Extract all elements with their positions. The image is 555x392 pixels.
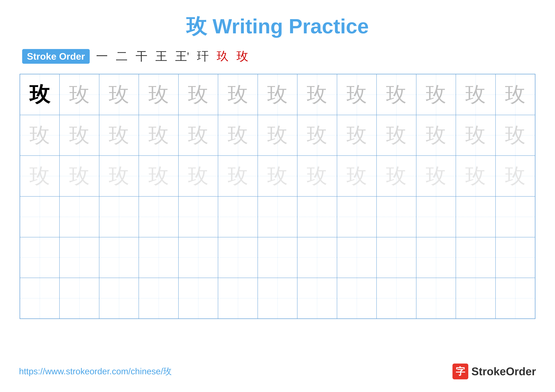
grid-cell[interactable] — [496, 237, 535, 278]
grid-cell[interactable] — [377, 196, 416, 237]
grid-cell[interactable]: 玫 — [337, 156, 377, 196]
grid-cell[interactable]: 玫 — [139, 115, 178, 156]
grid-cell[interactable]: 玫 — [496, 74, 535, 115]
stroke-step-4: 王 — [155, 48, 167, 64]
grid-cell[interactable] — [59, 196, 99, 237]
grid-cell[interactable] — [178, 237, 218, 278]
grid-cell[interactable] — [496, 278, 535, 319]
grid-cell[interactable]: 玫 — [456, 74, 495, 115]
cell-character: 玫 — [228, 162, 248, 190]
cell-character: 玫 — [465, 81, 486, 108]
footer-logo: 字 StrokeOrder — [453, 363, 536, 379]
grid-cell[interactable]: 玫 — [139, 156, 178, 196]
grid-cell[interactable] — [337, 196, 377, 237]
cell-character: 玫 — [465, 121, 486, 149]
cell-character: 玫 — [465, 162, 486, 190]
grid-cell[interactable]: 玫 — [416, 74, 456, 115]
grid-cell[interactable]: 玫 — [218, 115, 258, 156]
cell-character: 玫 — [505, 121, 526, 149]
page-title: 玫 Writing Practice — [186, 13, 369, 41]
grid-cell[interactable]: 玫 — [178, 74, 218, 115]
grid-cell[interactable] — [337, 278, 377, 319]
grid-cell[interactable]: 玫 — [337, 74, 377, 115]
grid-cell[interactable] — [258, 196, 297, 237]
grid-cell[interactable] — [297, 196, 337, 237]
grid-cell[interactable] — [139, 237, 178, 278]
grid-cell[interactable]: 玫 — [496, 115, 535, 156]
grid-cell[interactable] — [99, 196, 139, 237]
grid-cell[interactable] — [99, 278, 139, 319]
grid-cell[interactable] — [59, 278, 99, 319]
cell-character: 玫 — [29, 81, 50, 108]
grid-cell[interactable]: 玫 — [377, 115, 416, 156]
grid-cell[interactable]: 玫 — [178, 156, 218, 196]
cell-character: 玫 — [109, 162, 129, 190]
grid-cell[interactable]: 玫 — [297, 115, 337, 156]
grid-cell[interactable] — [178, 278, 218, 319]
grid-cell[interactable]: 玫 — [218, 156, 258, 196]
grid-cell[interactable]: 玫 — [337, 115, 377, 156]
grid-cell[interactable] — [416, 237, 456, 278]
grid-cell[interactable]: 玫 — [416, 156, 456, 196]
grid-cell[interactable] — [99, 237, 139, 278]
grid-cell[interactable] — [139, 196, 178, 237]
grid-cell[interactable] — [178, 196, 218, 237]
grid-cell[interactable]: 玫 — [99, 156, 139, 196]
grid-cell[interactable]: 玫 — [377, 74, 416, 115]
grid-cell[interactable] — [297, 237, 337, 278]
grid-cell[interactable]: 玫 — [258, 74, 297, 115]
grid-cell[interactable]: 玫 — [139, 74, 178, 115]
grid-cell[interactable] — [20, 237, 59, 278]
cell-character: 玫 — [267, 81, 288, 108]
stroke-step-2: 二 — [116, 48, 128, 64]
grid-cell[interactable] — [377, 237, 416, 278]
grid-cell[interactable] — [297, 278, 337, 319]
grid-cell[interactable] — [456, 237, 495, 278]
grid-cell[interactable] — [337, 237, 377, 278]
cell-character: 玫 — [29, 162, 50, 190]
grid-cell[interactable]: 玫 — [416, 115, 456, 156]
grid-cell[interactable] — [258, 278, 297, 319]
grid-cell[interactable] — [416, 196, 456, 237]
grid-cell[interactable]: 玫 — [258, 156, 297, 196]
grid-cell[interactable]: 玫 — [258, 115, 297, 156]
cell-character: 玫 — [426, 81, 446, 108]
grid-cell[interactable] — [416, 278, 456, 319]
grid-cell[interactable]: 玫 — [218, 74, 258, 115]
grid-cell[interactable] — [20, 196, 59, 237]
cell-character: 玫 — [386, 162, 407, 190]
grid-cell[interactable]: 玫 — [99, 115, 139, 156]
grid-cell[interactable]: 玫 — [20, 115, 59, 156]
grid-cell[interactable]: 玫 — [59, 115, 99, 156]
grid-cell[interactable]: 玫 — [59, 74, 99, 115]
stroke-step-1: 一 — [96, 48, 108, 64]
grid-cell[interactable] — [20, 278, 59, 319]
cell-character: 玫 — [307, 162, 327, 190]
grid-cell[interactable]: 玫 — [377, 156, 416, 196]
cell-character: 玫 — [228, 121, 248, 149]
grid-cell[interactable] — [456, 196, 495, 237]
cell-character: 玫 — [386, 121, 407, 149]
grid-cell[interactable]: 玫 — [297, 74, 337, 115]
grid-cell[interactable]: 玫 — [456, 115, 495, 156]
grid-cell[interactable] — [377, 278, 416, 319]
cell-character: 玫 — [267, 121, 288, 149]
cell-character: 玫 — [505, 81, 526, 108]
grid-cell[interactable] — [456, 278, 495, 319]
grid-cell[interactable]: 玫 — [178, 115, 218, 156]
grid-cell[interactable]: 玫 — [99, 74, 139, 115]
grid-cell[interactable] — [218, 237, 258, 278]
grid-cell[interactable] — [218, 278, 258, 319]
grid-cell[interactable]: 玫 — [456, 156, 495, 196]
grid-cell[interactable]: 玫 — [297, 156, 337, 196]
grid-cell[interactable] — [59, 237, 99, 278]
grid-cell[interactable]: 玫 — [496, 156, 535, 196]
grid-cell[interactable] — [139, 278, 178, 319]
grid-cell[interactable] — [218, 196, 258, 237]
grid-cell[interactable]: 玫 — [20, 156, 59, 196]
grid-cell[interactable]: 玫 — [59, 156, 99, 196]
grid-cell[interactable] — [496, 196, 535, 237]
cell-character: 玫 — [69, 81, 90, 108]
grid-cell[interactable]: 玫 — [20, 74, 59, 115]
grid-cell[interactable] — [258, 237, 297, 278]
